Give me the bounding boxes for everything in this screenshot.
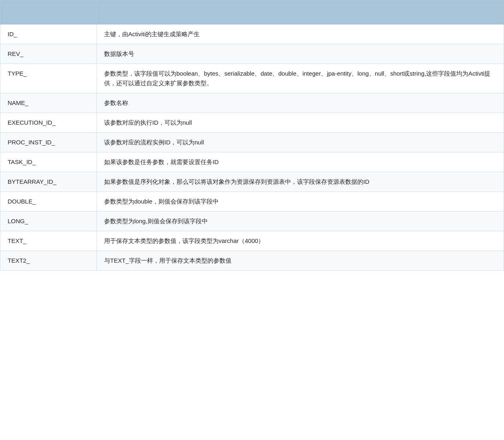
table-row: TYPE_参数类型，该字段值可以为boolean、bytes、serializa… (0, 64, 504, 93)
field-description-cell: 参数类型，该字段值可以为boolean、bytes、serializable、d… (97, 64, 504, 93)
field-name-cell: ID_ (0, 25, 97, 44)
field-name-cell: PROC_INST_ID_ (0, 133, 97, 152)
table-row: TEXT2_与TEXT_字段一样，用于保存文本类型的参数值 (0, 251, 504, 271)
field-description-cell: 参数类型为double，则值会保存到该字段中 (97, 192, 504, 212)
field-name-cell: TEXT_ (0, 231, 97, 251)
field-name-cell: TEXT2_ (0, 251, 97, 271)
field-description-cell: 与TEXT_字段一样，用于保存文本类型的参数值 (97, 251, 504, 271)
table-row: NAME_参数名称 (0, 93, 504, 113)
field-description-cell: 用于保存文本类型的参数值，该字段类型为varchar（4000） (97, 231, 504, 251)
header-col1 (0, 0, 97, 25)
field-name-cell: EXECUTION_ID_ (0, 113, 97, 133)
field-description-cell: 主键，由Activiti的主键生成策略产生 (97, 25, 504, 44)
header-col2 (97, 0, 504, 25)
page-container: ID_主键，由Activiti的主键生成策略产生REV_数据版本号TYPE_参数… (0, 0, 504, 440)
table-row: BYTEARRAY_ID_如果参数值是序列化对象，那么可以将该对象作为资源保存到… (0, 172, 504, 192)
data-table: ID_主键，由Activiti的主键生成策略产生REV_数据版本号TYPE_参数… (0, 0, 504, 271)
table-row: REV_数据版本号 (0, 44, 504, 64)
field-name-cell: TYPE_ (0, 64, 97, 93)
field-description-cell: 该参数对应的流程实例ID，可以为null (97, 133, 504, 152)
field-name-cell: DOUBLE_ (0, 192, 97, 212)
field-name-cell: BYTEARRAY_ID_ (0, 172, 97, 192)
field-name-cell: TASK_ID_ (0, 152, 97, 172)
table-row: LONG_参数类型为long,则值会保存到该字段中 (0, 212, 504, 231)
table-row: EXECUTION_ID_该参数对应的执行ID，可以为null (0, 113, 504, 133)
table-row: ID_主键，由Activiti的主键生成策略产生 (0, 25, 504, 44)
table-header-row (0, 0, 504, 25)
field-name-cell: LONG_ (0, 212, 97, 231)
table-row: PROC_INST_ID_该参数对应的流程实例ID，可以为null (0, 133, 504, 152)
field-description-cell: 参数名称 (97, 93, 504, 113)
field-description-cell: 数据版本号 (97, 44, 504, 64)
field-description-cell: 如果参数值是序列化对象，那么可以将该对象作为资源保存到资源表中，该字段保存资源表… (97, 172, 504, 192)
field-description-cell: 参数类型为long,则值会保存到该字段中 (97, 212, 504, 231)
table-row: TEXT_用于保存文本类型的参数值，该字段类型为varchar（4000） (0, 231, 504, 251)
table-row: TASK_ID_如果该参数是任务参数，就需要设置任务ID (0, 152, 504, 172)
field-name-cell: NAME_ (0, 93, 97, 113)
field-description-cell: 如果该参数是任务参数，就需要设置任务ID (97, 152, 504, 172)
field-description-cell: 该参数对应的执行ID，可以为null (97, 113, 504, 133)
table-row: DOUBLE_参数类型为double，则值会保存到该字段中 (0, 192, 504, 212)
field-name-cell: REV_ (0, 44, 97, 64)
